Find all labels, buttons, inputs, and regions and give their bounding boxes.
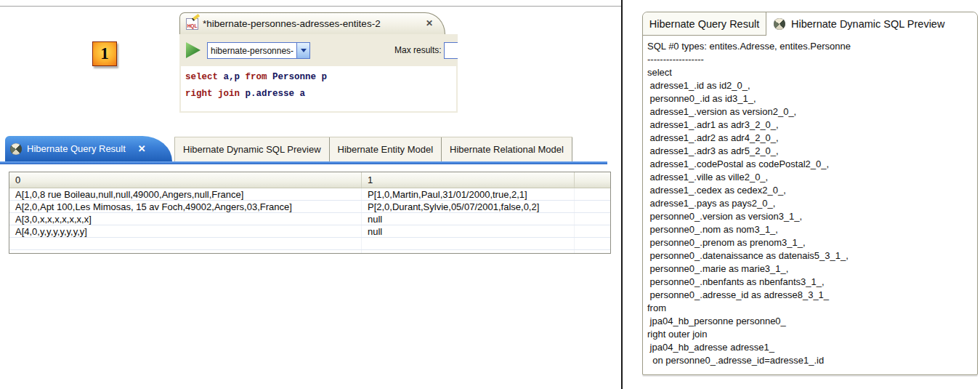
cell-personne: P[1,0,Martin,Paul,31/01/2000,true,2,1] xyxy=(362,188,575,200)
table-header-row: 0 1 xyxy=(9,172,610,188)
cell-personne: P[2,0,Durant,Sylvie,05/07/2001,false,0,2… xyxy=(362,201,575,212)
cell-personne: null xyxy=(362,213,575,225)
chevron-down-icon xyxy=(301,49,307,52)
table-row[interactable]: A[2,0,Apt 100,Les Mimosas, 15 av Foch,49… xyxy=(9,201,610,213)
hql-code-area[interactable]: select a,p from Personne p right join p.… xyxy=(181,66,456,111)
hql-code-line: right join p.adresse a xyxy=(185,86,456,103)
table-row-empty xyxy=(9,238,610,250)
combo-dropdown-button[interactable] xyxy=(296,43,309,58)
tab-hibernate-query-result[interactable]: Hibernate Query Result ✕ xyxy=(5,136,172,161)
close-icon[interactable]: ✕ xyxy=(138,143,146,154)
hql-code-line: select a,p from Personne p xyxy=(185,69,456,86)
query-results-table: 0 1 A[1,0,8 rue Boileau,null,null,49000,… xyxy=(9,172,611,254)
callout-1: 1 xyxy=(92,41,117,66)
tab-hibernate-dynamic-sql-preview[interactable]: Hibernate Dynamic SQL Preview xyxy=(766,12,977,36)
hql-icon-label: HQL xyxy=(187,23,198,29)
configuration-combo[interactable]: hibernate-personnes- xyxy=(207,42,310,59)
sql-preview-tabbar: Hibernate Query Result Hibernate Dynamic… xyxy=(643,12,977,36)
sql-preview-panel: Hibernate Query Result Hibernate Dynamic… xyxy=(642,12,978,375)
table-row[interactable]: A[3,0,x,x,x,x,x,x,x] null xyxy=(9,213,610,225)
generated-sql-text: SQL #0 types: entites.Adresse, entites.P… xyxy=(647,40,974,367)
table-row-empty xyxy=(9,250,610,254)
table-row[interactable]: A[4,0,y,y,y,y,y,y,y] null xyxy=(9,225,610,238)
tab-hibernate-query-result[interactable]: Hibernate Query Result xyxy=(643,12,766,36)
hibernate-icon xyxy=(774,18,785,30)
tab-hibernate-relational-model[interactable]: Hibernate Relational Model xyxy=(442,137,572,161)
max-results-label: Max results: xyxy=(394,45,442,55)
cell-adresse: A[2,0,Apt 100,Les Mimosas, 15 av Foch,49… xyxy=(9,201,362,212)
close-icon[interactable]: ✕ xyxy=(426,18,433,28)
max-results-input[interactable] xyxy=(444,42,458,59)
run-icon xyxy=(186,42,201,58)
hibernate-icon xyxy=(10,143,22,155)
cell-adresse: A[4,0,y,y,y,y,y,y,y] xyxy=(9,225,362,237)
tab-label: Hibernate Query Result xyxy=(27,143,126,154)
cell-adresse: A[1,0,8 rue Boileau,null,null,49000,Ange… xyxy=(9,188,362,200)
editor-tab-title: *hibernate-personnes-adresses-entites-2 xyxy=(203,18,381,29)
screenshot-root: HQL *hibernate-personnes-adresses-entite… xyxy=(0,0,980,389)
cell-personne: null xyxy=(362,225,575,237)
tab-label: Hibernate Dynamic SQL Preview xyxy=(791,18,944,30)
table-row[interactable]: A[1,0,8 rue Boileau,null,null,49000,Ange… xyxy=(9,188,610,201)
top-divider xyxy=(0,6,622,7)
tab-accent-bar xyxy=(0,161,607,164)
column-header-1[interactable]: 1 xyxy=(362,172,575,188)
column-header-spacer xyxy=(575,172,610,188)
run-query-button[interactable] xyxy=(186,41,203,60)
tab-hibernate-dynamic-sql-preview[interactable]: Hibernate Dynamic SQL Preview xyxy=(174,137,330,161)
inactive-tabs: Hibernate Dynamic SQL Preview Hibernate … xyxy=(174,137,572,161)
tab-hibernate-entity-model[interactable]: Hibernate Entity Model xyxy=(330,137,442,161)
cell-adresse: A[3,0,x,x,x,x,x,x,x] xyxy=(9,213,362,225)
hql-editor-panel: hibernate-personnes- Max results: select… xyxy=(179,34,458,113)
column-header-0[interactable]: 0 xyxy=(9,172,362,188)
configuration-combo-value: hibernate-personnes- xyxy=(208,43,296,58)
editor-tab-hql-file[interactable]: HQL *hibernate-personnes-adresses-entite… xyxy=(179,12,445,34)
results-view-tabbar: Hibernate Query Result ✕ Hibernate Dynam… xyxy=(0,136,607,164)
sql-preview-content: SQL #0 types: entites.Adresse, entites.P… xyxy=(643,36,977,367)
hql-file-icon: HQL xyxy=(186,18,198,30)
panel-divider xyxy=(621,0,623,389)
